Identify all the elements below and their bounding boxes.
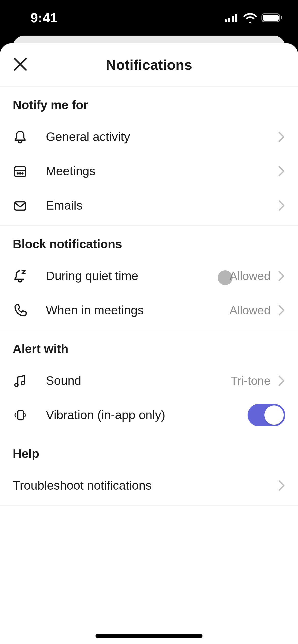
status-indicators — [225, 13, 283, 23]
row-label: Sound — [46, 374, 81, 388]
svg-rect-17 — [18, 410, 23, 419]
section-alert: Alert with Sound Tri-tone — [0, 330, 298, 435]
wifi-icon — [243, 13, 257, 23]
home-indicator — [96, 634, 202, 638]
status-time: 9:41 — [31, 10, 58, 25]
chevron-right-icon — [278, 270, 285, 282]
row-emails[interactable]: Emails — [0, 188, 298, 223]
svg-point-15 — [15, 383, 18, 386]
music-note-icon — [13, 373, 46, 388]
row-value: Allowed — [229, 303, 270, 317]
chevron-right-icon — [278, 200, 285, 211]
bell-snooze-icon — [13, 269, 46, 283]
section-title-block: Block notifications — [0, 226, 298, 259]
chevron-right-icon — [278, 131, 285, 142]
row-general-activity[interactable]: General activity — [0, 120, 298, 154]
cellular-icon — [225, 13, 239, 22]
row-troubleshoot[interactable]: Troubleshoot notifications — [0, 468, 298, 503]
chevron-right-icon — [278, 305, 285, 316]
toggle-knob — [264, 405, 284, 425]
phone-icon — [13, 303, 46, 318]
row-meetings[interactable]: Meetings — [0, 154, 298, 188]
row-label: When in meetings — [46, 303, 144, 317]
section-help: Help Troubleshoot notifications — [0, 435, 298, 506]
status-bar: 9:41 — [0, 0, 298, 36]
row-when-in-meetings[interactable]: When in meetings Allowed — [0, 293, 298, 327]
calendar-icon — [13, 164, 46, 179]
section-block: Block notifications During quiet time Al… — [0, 226, 298, 330]
svg-rect-2 — [232, 16, 234, 22]
svg-rect-3 — [235, 14, 237, 22]
vibration-toggle[interactable] — [248, 404, 285, 426]
battery-icon — [261, 13, 283, 23]
mail-icon — [13, 198, 46, 213]
row-label: During quiet time — [46, 269, 138, 283]
row-vibration: Vibration (in-app only) — [0, 398, 298, 432]
bell-icon — [13, 129, 46, 144]
row-label: General activity — [46, 130, 130, 144]
row-label: Meetings — [46, 164, 96, 178]
svg-rect-5 — [263, 15, 279, 21]
svg-point-12 — [20, 173, 21, 174]
chevron-right-icon — [278, 375, 285, 386]
svg-rect-1 — [228, 18, 230, 22]
section-title-notify: Notify me for — [0, 86, 298, 120]
vibration-icon — [13, 408, 46, 422]
row-sound[interactable]: Sound Tri-tone — [0, 363, 298, 398]
row-label: Emails — [46, 198, 83, 212]
svg-point-16 — [21, 381, 25, 385]
row-value: Tri-tone — [231, 374, 270, 388]
svg-rect-6 — [281, 16, 282, 19]
section-notify: Notify me for General activity — [0, 86, 298, 226]
section-title-help: Help — [0, 435, 298, 468]
svg-rect-9 — [15, 166, 26, 177]
sheet-header: Notifications — [0, 43, 298, 86]
notifications-sheet: Notifications Notify me for General acti… — [0, 43, 298, 644]
row-value: Allowed — [229, 269, 270, 283]
row-label: Troubleshoot notifications — [13, 478, 152, 492]
section-title-alert: Alert with — [0, 330, 298, 363]
page-title: Notifications — [106, 56, 192, 73]
close-button[interactable] — [10, 55, 31, 75]
svg-rect-0 — [225, 19, 227, 22]
row-quiet-time[interactable]: During quiet time Allowed — [0, 259, 298, 293]
chevron-right-icon — [278, 480, 285, 491]
svg-point-13 — [22, 173, 23, 174]
chevron-right-icon — [278, 166, 285, 177]
close-icon — [13, 57, 28, 72]
svg-point-11 — [17, 173, 19, 174]
row-label: Vibration (in-app only) — [46, 408, 165, 422]
